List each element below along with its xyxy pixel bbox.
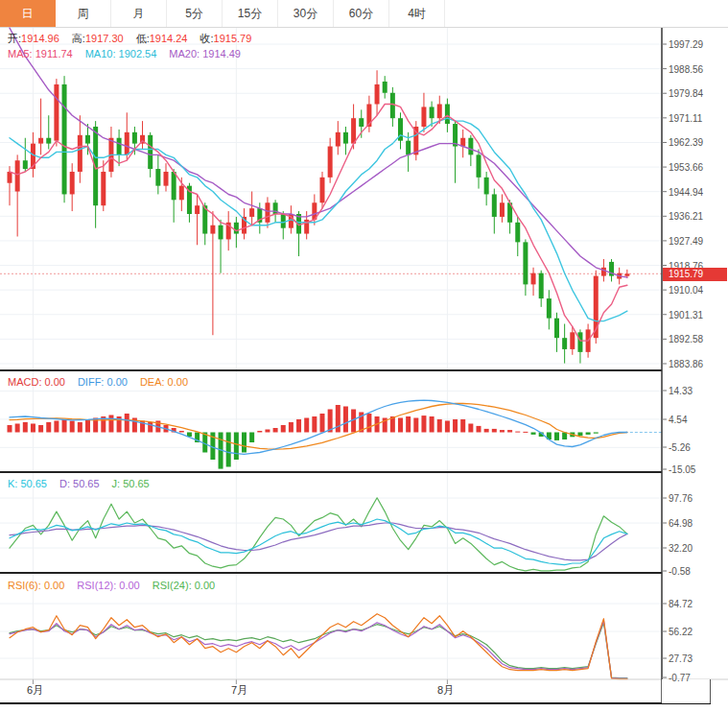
legend-close: 收:1915.79: [200, 33, 251, 44]
ma10-line: [10, 118, 627, 320]
price-axis-label: 1997.29: [669, 39, 703, 50]
price-axis-label: 1979.84: [669, 88, 703, 99]
legend-rsi12: RSI(12): 0.00: [77, 580, 139, 591]
price-axis-label: 1910.04: [669, 285, 703, 296]
rsi-legend: RSI(6): 0.00RSI(12): 0.00RSI(24): 0.00: [8, 580, 227, 591]
legend-open: 开:1914.96: [8, 33, 59, 44]
price-axis-label: 32.20: [669, 543, 693, 554]
legend-macd: MACD: 0.00: [8, 376, 65, 388]
price-axis-label: 1892.58: [669, 334, 703, 344]
legend-j: J: 50.65: [112, 478, 150, 489]
ma5-line: [10, 105, 627, 342]
price-axis-label: 1962.39: [669, 137, 703, 148]
price-axis-label: 1944.94: [669, 186, 703, 197]
price-axis-label: 4.54: [669, 415, 687, 425]
legend-diff: DIFF: 0.00: [78, 376, 128, 388]
price-axis-label: 1927.49: [669, 235, 703, 246]
legend-ma20: MA20: 1914.49: [169, 48, 241, 59]
price-axis-label: 1901.31: [669, 309, 703, 320]
price-axis-label: 56.22: [669, 627, 693, 637]
price-axis-label: 1971.11: [669, 112, 702, 123]
legend-k: K: 50.65: [8, 478, 47, 489]
last-price-badge: 1915.79: [663, 268, 727, 281]
ma20-line: [10, 28, 627, 277]
legend-rsi24: RSI(24): 0.00: [153, 580, 215, 591]
legend-high: 高:1917.30: [72, 33, 124, 44]
macd-histogram: [8, 405, 599, 469]
x-axis-month-label: 7月: [231, 683, 247, 698]
price-axis-label: 1988.56: [669, 63, 703, 74]
legend-rsi6: RSI(6): 0.00: [8, 580, 64, 591]
k-line: [10, 519, 627, 565]
x-axis-month-label: 6月: [27, 683, 43, 698]
legend-dea: DEA: 0.00: [140, 376, 188, 388]
price-axis-label: 1883.86: [669, 358, 703, 368]
price-axis-label: -15.05: [669, 464, 695, 475]
chart-canvas[interactable]: [0, 0, 728, 712]
kdj-legend: K: 50.65D: 50.65J: 50.65: [8, 478, 162, 489]
axis-corner-box: [662, 679, 711, 703]
macd-legend: MACD: 0.00DIFF: 0.00DEA: 0.00: [8, 376, 200, 388]
price-axis-label: 64.98: [669, 518, 693, 529]
price-axis-label: 1953.66: [669, 162, 703, 173]
ma-legend: MA5: 1911.74MA10: 1902.54MA20: 1914.49: [8, 48, 253, 59]
legend-ma5: MA5: 1911.74: [8, 48, 73, 59]
legend-low: 低:1914.24: [136, 33, 188, 44]
price-axis-label: 97.76: [669, 493, 693, 504]
price-axis-label: 27.73: [669, 653, 693, 664]
ohlc-legend: 开:1914.96高:1917.30低:1914.24收:1915.79: [8, 32, 264, 46]
price-axis-label: -0.58: [669, 566, 691, 577]
price-axis-label: 1936.21: [669, 211, 703, 222]
price-axis-label: 84.72: [669, 599, 693, 609]
candles-layer: [8, 70, 630, 363]
legend-ma10: MA10: 1902.54: [85, 48, 157, 59]
price-axis-label: 14.33: [669, 386, 693, 396]
price-axis-label: -5.26: [669, 442, 691, 453]
price-axis-label: -0.77: [669, 673, 691, 683]
legend-d: D: 50.65: [59, 478, 100, 489]
x-axis-month-label: 8月: [437, 683, 454, 698]
trading-chart-app: 日周月5分15分30分60分4时 开:1914.96高:1917.30低:191…: [0, 0, 728, 712]
